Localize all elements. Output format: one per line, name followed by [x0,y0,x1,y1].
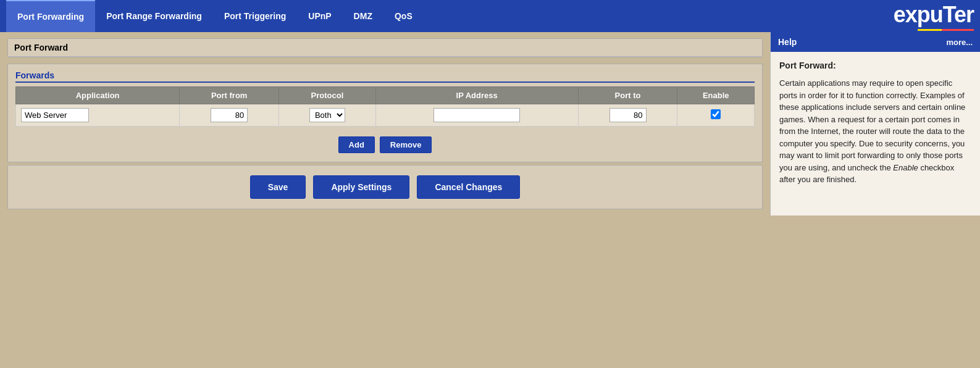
col-header-ip-address: IP Address [375,87,578,104]
tab-dmz[interactable]: DMZ [343,0,383,32]
help-body: Port Forward: Certain applications may r… [771,52,980,193]
cell-application [16,104,180,127]
cell-port-from [180,104,279,127]
cell-protocol: Both TCP UDP [279,104,376,127]
col-header-enable: Enable [677,87,755,104]
right-help-panel: Help more... Port Forward: Certain appli… [770,32,980,215]
col-header-application: Application [16,87,180,104]
cell-ip-address [375,104,578,127]
tab-port-forwarding[interactable]: Port Forwarding [6,0,95,32]
help-header: Help more... [771,32,980,52]
cell-port-to [578,104,677,127]
port-forward-panel: Port Forward [7,38,763,57]
apply-settings-button[interactable]: Apply Settings [313,175,409,199]
tab-port-range-forwarding[interactable]: Port Range Forwarding [95,0,213,32]
cell-enable [677,104,755,127]
table-row: Both TCP UDP [16,104,755,127]
help-more-link[interactable]: more... [946,38,973,47]
add-button[interactable]: Add [338,136,375,153]
help-text: Certain applications may require to open… [779,77,971,186]
port-from-input[interactable] [211,108,248,122]
help-subtitle: Port Forward: [779,59,971,72]
col-header-port-to: Port to [578,87,677,104]
action-bar: Save Apply Settings Cancel Changes [7,165,763,209]
col-header-protocol: Protocol [279,87,376,104]
cancel-changes-button[interactable]: Cancel Changes [417,175,520,199]
help-title: Help [778,37,797,47]
forwards-table: Application Port from Protocol IP Addres… [15,86,755,127]
logo-underline [894,29,974,31]
port-to-input[interactable] [609,108,647,122]
save-button[interactable]: Save [250,175,306,199]
top-navigation: Port Forwarding Port Range Forwarding Po… [0,0,980,32]
panel-title: Port Forward [8,39,762,57]
enable-checkbox[interactable] [711,109,721,119]
ip-address-input[interactable] [433,108,520,122]
logo-text: expuTer [894,2,974,28]
logo-area: expuTer [894,0,974,32]
protocol-select[interactable]: Both TCP UDP [309,108,345,122]
tab-port-triggering[interactable]: Port Triggering [213,0,297,32]
left-content: Port Forward Forwards Application Port f… [0,32,770,215]
remove-button[interactable]: Remove [380,136,432,153]
add-remove-row: Add Remove [15,133,755,156]
forwards-label: Forwards [15,70,755,83]
tab-qos[interactable]: QoS [383,0,424,32]
forwards-section: Forwards Application Port from Protocol … [7,64,763,162]
col-header-port-from: Port from [180,87,279,104]
application-input[interactable] [21,108,89,122]
tab-upnp[interactable]: UPnP [297,0,342,32]
main-layout: Port Forward Forwards Application Port f… [0,32,980,215]
